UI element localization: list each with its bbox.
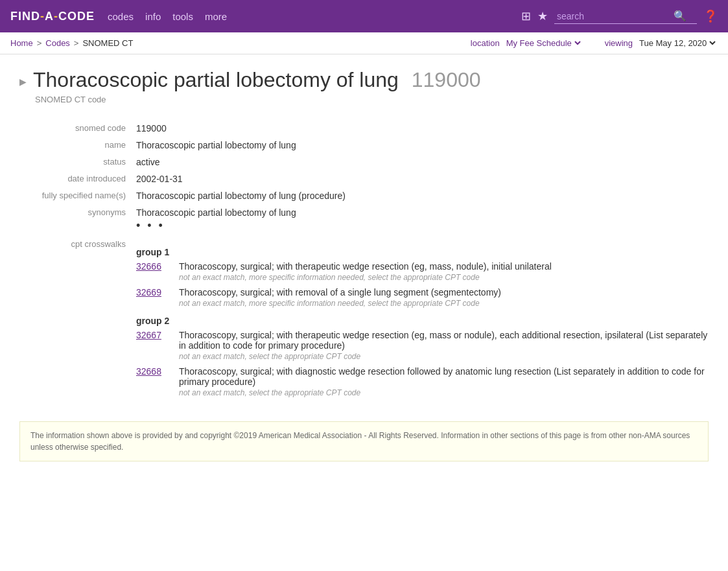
cpt-desc: Thoracoscopy, surgical; with diagnostic …	[179, 366, 709, 387]
breadcrumb-current: SNOMED CT	[82, 38, 133, 48]
info-grid: snomed code 119000 name Thoracoscopic pa…	[19, 120, 709, 406]
name-value: Thoracoscopic partial lobectomy of lung	[136, 137, 709, 154]
synonyms-value: Thoracoscopic partial lobectomy of lung …	[136, 204, 709, 236]
toggle-arrow[interactable]: ▶	[19, 76, 27, 87]
viewing-info: viewing Tue May 12, 2020	[605, 38, 718, 49]
cpt-desc-block: Thoracoscopy, surgical; with therapeutic…	[179, 330, 709, 361]
breadcrumb-codes[interactable]: Codes	[45, 38, 70, 48]
title-block: Thoracoscopic partial lobectomy of lung …	[33, 67, 481, 92]
fsn-label: fully specified name(s)	[19, 187, 136, 204]
snomed-code-value: 119000	[136, 120, 709, 137]
cpt-group: group 132666Thoracoscopy, surgical; with…	[136, 247, 709, 308]
date-label: date introduced	[19, 170, 136, 187]
cpt-code-link[interactable]: 32668	[136, 366, 169, 397]
page-title: Thoracoscopic partial lobectomy of lung	[33, 68, 399, 91]
page-code: 119000	[412, 68, 481, 91]
nav-tools[interactable]: tools	[172, 11, 193, 22]
sep1: >	[37, 38, 42, 48]
footer-note: The information shown above is provided …	[19, 421, 709, 461]
cpt-row: 32669Thoracoscopy, surgical; with remova…	[136, 287, 709, 308]
cpt-row: 32666Thoracoscopy, surgical; with therap…	[136, 261, 709, 282]
main-content: ▶ Thoracoscopic partial lobectomy of lun…	[0, 54, 728, 481]
fsn-value: Thoracoscopic partial lobectomy of lung …	[136, 187, 709, 204]
cpt-note: not an exact match, more specific inform…	[179, 299, 709, 308]
status-label: status	[19, 154, 136, 170]
cpt-crosswalks-value: group 132666Thoracoscopy, surgical; with…	[136, 236, 709, 406]
header: FIND-A-CODE codes info tools more ⊞ ★ 🔍 …	[0, 0, 728, 32]
location-select[interactable]: My Fee Schedule	[504, 38, 583, 49]
cpt-code-link[interactable]: 32667	[136, 330, 169, 361]
ellipsis-dots: • • •	[136, 219, 709, 233]
cpt-code-link[interactable]: 32669	[136, 287, 169, 308]
cpt-row: 32667Thoracoscopy, surgical; with therap…	[136, 330, 709, 361]
cpt-desc: Thoracoscopy, surgical; with therapeutic…	[179, 330, 709, 351]
snomed-code-label: snomed code	[19, 120, 136, 136]
grid-icon[interactable]: ⊞	[521, 9, 531, 23]
help-icon[interactable]: ❓	[703, 9, 718, 23]
cpt-group: group 232667Thoracoscopy, surgical; with…	[136, 316, 709, 397]
search-input[interactable]	[557, 11, 674, 21]
cpt-note: not an exact match, select the appropria…	[179, 388, 709, 397]
viewing-label: viewing	[605, 38, 633, 48]
cpt-crosswalks-label: cpt crosswalks	[19, 236, 136, 252]
cpt-desc-block: Thoracoscopy, surgical; with diagnostic …	[179, 366, 709, 397]
nav-info[interactable]: info	[145, 11, 161, 22]
status-value: active	[136, 154, 709, 170]
search-button[interactable]: 🔍	[674, 10, 687, 22]
location-label: location	[471, 38, 500, 48]
cpt-desc-block: Thoracoscopy, surgical; with therapeutic…	[179, 261, 709, 282]
group-label: group 1	[136, 247, 709, 257]
cpt-groups-container: group 132666Thoracoscopy, surgical; with…	[136, 247, 709, 397]
cpt-note: not an exact match, more specific inform…	[179, 273, 709, 282]
date-value: 2002-01-31	[136, 170, 709, 187]
logo: FIND-A-CODE	[10, 10, 95, 23]
nav-more[interactable]: more	[205, 11, 227, 22]
breadcrumb-bar: Home > Codes > SNOMED CT location My Fee…	[0, 32, 728, 54]
cpt-desc: Thoracoscopy, surgical; with therapeutic…	[179, 261, 709, 272]
page-header: ▶ Thoracoscopic partial lobectomy of lun…	[19, 67, 709, 92]
nav-codes[interactable]: codes	[108, 11, 134, 22]
page-subtitle: SNOMED CT code	[35, 95, 709, 104]
cpt-desc-block: Thoracoscopy, surgical; with removal of …	[179, 287, 709, 308]
cpt-note: not an exact match, select the appropria…	[179, 352, 709, 361]
viewing-date-select[interactable]: Tue May 12, 2020	[637, 38, 718, 49]
header-icons: ⊞ ★ 🔍 ❓	[521, 8, 718, 24]
group-label: group 2	[136, 316, 709, 326]
synonyms-label: synonyms	[19, 204, 136, 220]
cpt-code-link[interactable]: 32666	[136, 261, 169, 282]
location-selector: location My Fee Schedule	[471, 38, 583, 49]
bookmark-icon[interactable]: ★	[537, 9, 548, 23]
cpt-desc: Thoracoscopy, surgical; with removal of …	[179, 287, 709, 297]
name-label: name	[19, 137, 136, 153]
search-container: 🔍	[554, 8, 697, 24]
breadcrumb-home[interactable]: Home	[10, 38, 33, 48]
cpt-row: 32668Thoracoscopy, surgical; with diagno…	[136, 366, 709, 397]
sep2: >	[74, 38, 79, 48]
main-nav: codes info tools more	[108, 11, 227, 22]
